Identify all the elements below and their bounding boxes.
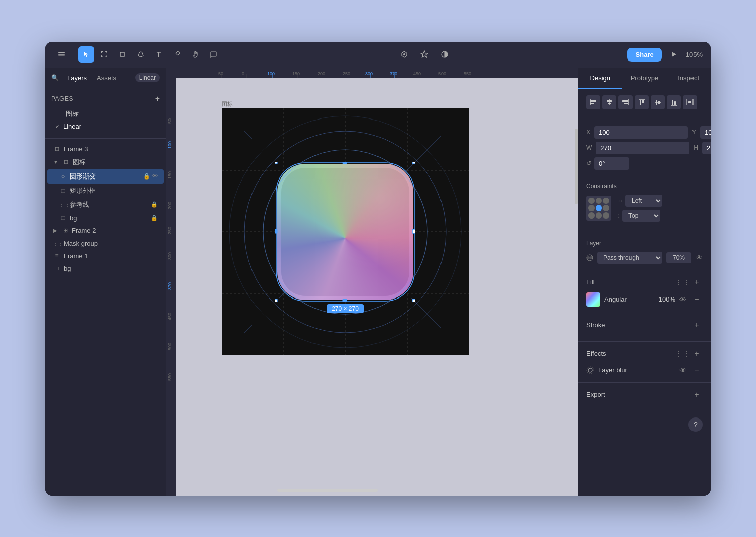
add-fill-btn[interactable]: + bbox=[690, 276, 703, 288]
layer-bg[interactable]: □ bg 🔒 bbox=[47, 212, 164, 224]
effects-title: Effects bbox=[586, 350, 606, 357]
guide-lines-lock: 🔒 bbox=[151, 201, 158, 208]
layer-frame1[interactable]: ≡ Frame 1 bbox=[47, 250, 164, 262]
canvas-background[interactable]: 图标 bbox=[176, 78, 578, 496]
canvas-area[interactable]: -50 0 100 150 200 250 300 370 450 500 bbox=[166, 68, 578, 496]
layer-tubiao-group[interactable]: ▼ ⊞ 图标 bbox=[47, 155, 164, 169]
grid-dot-center bbox=[596, 205, 602, 211]
fill-swatch[interactable] bbox=[586, 292, 600, 307]
layer-rect-outer[interactable]: □ 矩形外框 bbox=[47, 184, 164, 198]
effect-visibility-btn[interactable]: 👁 bbox=[679, 366, 686, 374]
blend-icon bbox=[586, 254, 593, 261]
add-stroke-btn[interactable]: + bbox=[690, 319, 703, 331]
w-input[interactable] bbox=[596, 142, 689, 154]
align-left-btn[interactable] bbox=[586, 95, 600, 109]
component-center-btn[interactable] bbox=[396, 46, 412, 63]
svg-rect-2 bbox=[58, 56, 65, 57]
toolbar-divider-1 bbox=[74, 48, 74, 61]
ruler-vertical: 50 100 150 200 250 300 370 450 500 550 bbox=[166, 78, 176, 496]
align-middle-v-btn[interactable] bbox=[651, 95, 665, 109]
select-tool-btn[interactable] bbox=[78, 46, 94, 63]
pages-header: Pages + bbox=[51, 94, 160, 103]
layer-frame3[interactable]: ⊞ Frame 3 〜 bbox=[47, 143, 164, 155]
align-top-btn[interactable] bbox=[635, 95, 649, 109]
horizontal-scrollbar[interactable] bbox=[277, 489, 378, 492]
add-page-button[interactable]: + bbox=[155, 94, 160, 103]
blend-mode-select[interactable]: Pass through Normal Multiply Screen bbox=[597, 252, 662, 264]
tab-prototype[interactable]: Prototype bbox=[622, 68, 667, 89]
help-button[interactable]: ? bbox=[688, 417, 703, 432]
search-icon: 🔍 bbox=[51, 74, 59, 81]
plugin-center-btn[interactable] bbox=[416, 46, 432, 63]
h-input[interactable] bbox=[702, 142, 711, 154]
layer-frame2[interactable]: ▶ ⊞ Frame 2 bbox=[47, 224, 164, 237]
remove-effect-btn[interactable]: − bbox=[690, 364, 703, 376]
x-input[interactable] bbox=[594, 126, 688, 139]
svg-rect-60 bbox=[412, 299, 415, 302]
h-constraint-select[interactable]: Left Right Center Scale bbox=[625, 195, 662, 207]
svg-text:0: 0 bbox=[242, 71, 244, 76]
v-constraint-select[interactable]: Top Bottom Center Scale bbox=[622, 210, 660, 222]
fill-visibility-btn[interactable]: 👁 bbox=[679, 295, 686, 304]
page-item-tubiao[interactable]: 图标 bbox=[51, 107, 160, 121]
svg-marker-14 bbox=[672, 52, 676, 57]
menu-tool-btn[interactable] bbox=[53, 46, 70, 63]
frame3-wave: 〜 bbox=[152, 145, 158, 153]
fill-options-btn[interactable]: ⋮⋮ bbox=[677, 276, 689, 288]
layer-guide-lines[interactable]: ⋮⋮ 参考线 🔒 bbox=[47, 198, 164, 212]
svg-rect-69 bbox=[622, 100, 628, 102]
breadcrumb-linear[interactable]: Linear bbox=[135, 73, 160, 82]
align-right-btn[interactable] bbox=[618, 95, 633, 109]
visibility-toggle[interactable]: 👁 bbox=[696, 254, 703, 262]
main-area: 🔍 Layers Assets Linear Pages + 图标 ✓ Line… bbox=[45, 68, 711, 496]
y-input[interactable] bbox=[700, 126, 711, 139]
svg-text:-50: -50 bbox=[217, 71, 223, 76]
alignment-section bbox=[578, 89, 711, 120]
svg-rect-54 bbox=[343, 162, 347, 164]
layer-mask-group[interactable]: ⋮⋮ Mask group bbox=[47, 237, 164, 250]
contrast-center-btn[interactable] bbox=[436, 46, 453, 63]
effects-options-btn[interactable]: ⋮⋮ bbox=[677, 348, 689, 360]
component-tool-btn[interactable] bbox=[169, 46, 185, 63]
effects-action-row: Effects ⋮⋮ + bbox=[586, 348, 703, 360]
transform-section: X Y ⛓ W H ↺ bbox=[578, 120, 711, 176]
layer-bg2[interactable]: □ bg 〜 bbox=[47, 262, 164, 275]
layers-section: ⊞ Frame 3 〜 ▼ ⊞ 图标 ○ 圆形渐变 🔒 bbox=[45, 139, 166, 496]
frame-tool-btn[interactable] bbox=[96, 46, 112, 63]
svg-text:200: 200 bbox=[318, 71, 325, 76]
rotation-input[interactable] bbox=[594, 157, 629, 170]
layer-circle-gradient[interactable]: ○ 圆形渐变 🔒 👁 bbox=[47, 169, 164, 184]
share-button[interactable]: Share bbox=[627, 48, 662, 62]
opacity-input[interactable] bbox=[666, 252, 691, 263]
pen-tool-btn[interactable] bbox=[133, 46, 149, 63]
comment-tool-btn[interactable] bbox=[205, 46, 221, 63]
zoom-indicator[interactable]: 105% bbox=[686, 51, 703, 58]
fill-action-row: Fill ⋮⋮ + bbox=[586, 276, 703, 288]
svg-rect-73 bbox=[642, 100, 644, 103]
shape-tool-btn[interactable] bbox=[114, 46, 131, 63]
tab-assets[interactable]: Assets bbox=[93, 72, 120, 84]
hand-tool-btn[interactable] bbox=[187, 46, 203, 63]
vertical-scrollbar[interactable] bbox=[575, 129, 578, 204]
remove-fill-btn[interactable]: − bbox=[690, 293, 703, 306]
svg-rect-70 bbox=[624, 103, 628, 104]
distribute-btn[interactable] bbox=[683, 95, 697, 109]
svg-text:500: 500 bbox=[167, 342, 172, 350]
page-item-linear[interactable]: ✓ Linear bbox=[51, 121, 160, 132]
tab-layers[interactable]: Layers bbox=[63, 72, 91, 84]
rotation-row: ↺ bbox=[586, 157, 703, 170]
add-effect-btn[interactable]: + bbox=[690, 348, 703, 360]
play-btn[interactable] bbox=[666, 46, 682, 63]
bg2-wave: 〜 bbox=[152, 265, 158, 272]
bg-icon: □ bbox=[59, 215, 67, 221]
text-tool-btn[interactable]: T bbox=[151, 46, 167, 63]
align-bottom-btn[interactable] bbox=[667, 95, 681, 109]
tab-design[interactable]: Design bbox=[578, 68, 622, 89]
svg-text:370: 370 bbox=[167, 282, 172, 289]
svg-rect-53 bbox=[275, 162, 277, 164]
add-export-btn[interactable]: + bbox=[690, 389, 703, 401]
align-center-h-btn[interactable] bbox=[602, 95, 616, 109]
tab-inspect[interactable]: Inspect bbox=[666, 68, 711, 89]
frame3-icon: ⊞ bbox=[53, 146, 60, 152]
svg-text:450: 450 bbox=[413, 71, 421, 76]
